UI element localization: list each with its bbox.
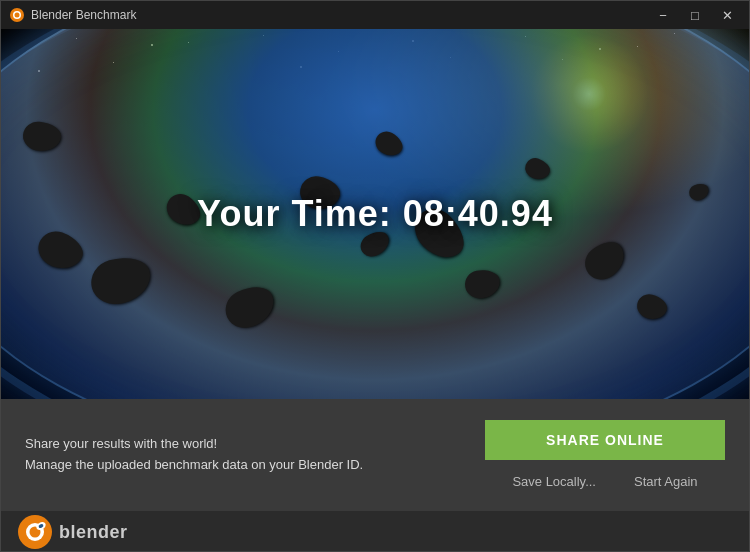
save-locally-button[interactable]: Save Locally... xyxy=(508,472,600,491)
share-description-line2: Manage the uploaded benchmark data on yo… xyxy=(25,455,445,476)
hero-image-area: Your Time: 08:40.94 xyxy=(1,29,749,399)
app-title: Blender Benchmark xyxy=(31,8,649,22)
close-button[interactable]: ✕ xyxy=(713,5,741,25)
window-controls: − □ ✕ xyxy=(649,5,741,25)
blender-logo-icon xyxy=(17,514,53,550)
maximize-button[interactable]: □ xyxy=(681,5,709,25)
blender-brand-name: blender xyxy=(59,522,128,543)
share-description-line1: Share your results with the world! xyxy=(25,434,445,455)
title-bar: Blender Benchmark − □ ✕ xyxy=(1,1,749,29)
share-online-button[interactable]: SHARE ONLINE xyxy=(485,420,725,460)
app-logo-icon xyxy=(9,7,25,23)
start-again-button[interactable]: Start Again xyxy=(630,472,702,491)
benchmark-time: Your Time: 08:40.94 xyxy=(197,193,553,235)
svg-point-2 xyxy=(15,13,20,18)
blender-branding: blender xyxy=(17,514,128,550)
bottom-panel: Share your results with the world! Manag… xyxy=(1,399,749,511)
action-buttons: SHARE ONLINE Save Locally... Start Again xyxy=(485,420,725,491)
footer-bar: blender xyxy=(1,511,749,552)
bottom-description: Share your results with the world! Manag… xyxy=(25,434,445,476)
minimize-button[interactable]: − xyxy=(649,5,677,25)
secondary-buttons: Save Locally... Start Again xyxy=(485,472,725,491)
